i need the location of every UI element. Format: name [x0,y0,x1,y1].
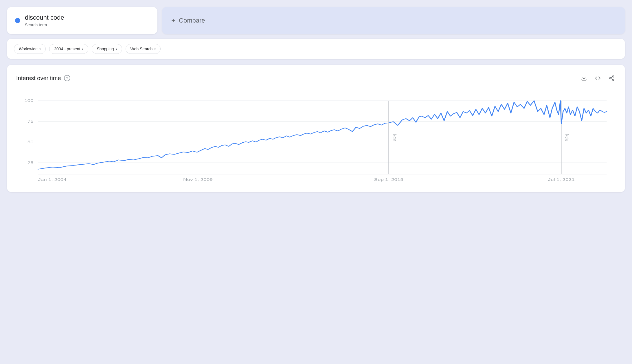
note-text-2: Note [565,134,570,141]
chevron-down-icon: ▾ [39,47,41,51]
compare-card[interactable]: + Compare [162,7,625,34]
search-label: Search term [25,23,64,27]
x-label-2009: Nov 1, 2009 [183,178,213,182]
chart-title-group: Interest over time ? [16,75,70,82]
search-type-filter[interactable]: Web Search ▾ [126,44,161,54]
time-filter[interactable]: 2004 - present ▾ [49,44,88,54]
search-card: discount code Search term [7,7,157,34]
filters-card: Worldwide ▾ 2004 - present ▾ Shopping ▾ … [7,39,625,59]
search-term: discount code [25,14,64,21]
location-filter-label: Worldwide [19,47,38,51]
y-label-25: 25 [27,161,34,165]
search-type-filter-label: Web Search [131,47,153,51]
y-label-75: 75 [27,119,34,123]
embed-button[interactable] [594,74,602,82]
svg-line-5 [611,77,613,78]
compare-plus-icon: + [171,16,175,25]
time-filter-label: 2004 - present [54,47,80,51]
chart-area: 100 75 50 25 Note Note Jan 1, 2004 Nov 1… [16,91,616,184]
location-filter[interactable]: Worldwide ▾ [14,44,46,54]
chart-actions [580,74,616,82]
x-label-2004: Jan 1, 2004 [38,178,66,182]
chevron-down-icon: ▾ [116,47,117,51]
download-button[interactable] [580,74,588,82]
category-filter-label: Shopping [97,47,114,51]
y-label-50: 50 [27,140,34,144]
help-icon[interactable]: ? [64,75,70,81]
top-row: discount code Search term + Compare [7,7,625,34]
chart-title: Interest over time [16,75,61,82]
search-dot [15,18,20,23]
y-label-100: 100 [24,99,33,103]
x-label-2015: Sep 1, 2015 [374,178,403,182]
chevron-down-icon: ▾ [82,47,83,51]
note-text-1: Note [392,134,397,141]
x-label-2021: Jul 1, 2021 [548,178,575,182]
chevron-down-icon: ▾ [154,47,156,51]
svg-line-4 [611,79,613,80]
trend-chart: 100 75 50 25 Note Note Jan 1, 2004 Nov 1… [16,91,616,184]
chart-header: Interest over time ? [16,74,616,82]
trend-line [38,101,607,169]
search-text-block: discount code Search term [25,14,64,27]
compare-label: Compare [179,17,205,24]
category-filter[interactable]: Shopping ▾ [92,44,122,54]
share-button[interactable] [608,74,616,82]
chart-card: Interest over time ? [7,65,625,192]
